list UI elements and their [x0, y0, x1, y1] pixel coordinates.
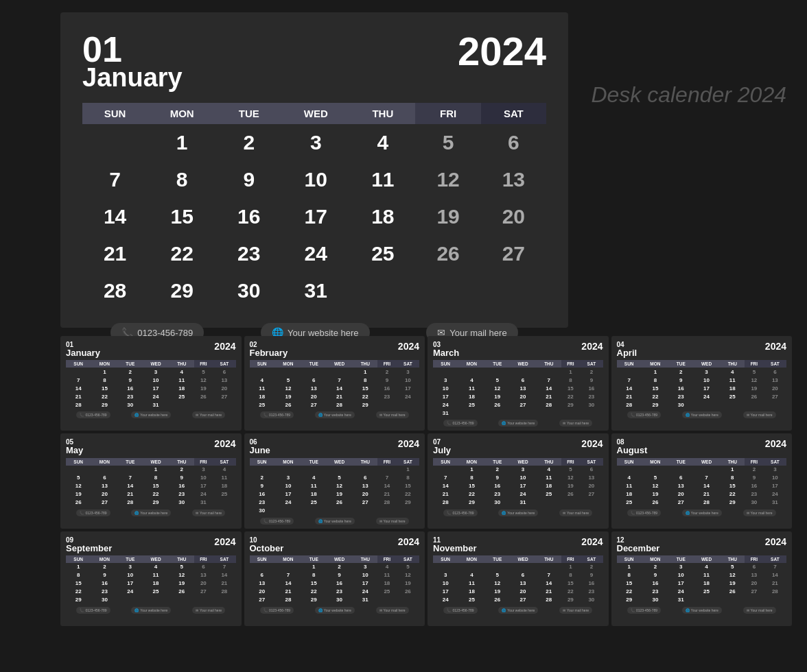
- sm-day: [580, 409, 603, 417]
- sm-day: 18: [458, 588, 485, 596]
- sm-day: 12: [397, 571, 419, 579]
- sm-website: 🌐 Your website here: [131, 411, 171, 418]
- sm-day: 8: [617, 571, 642, 579]
- sm-day: 6: [509, 376, 537, 384]
- sm-day: 14: [213, 571, 235, 579]
- sm-col-wed: WED: [325, 360, 353, 368]
- sm-col-wed: WED: [692, 458, 720, 466]
- sm-col-thu: THU: [169, 458, 194, 466]
- sm-day: 14: [692, 482, 720, 490]
- sm-day: 7: [617, 376, 642, 384]
- sm-day: 26: [486, 596, 509, 604]
- sm-mail-text: Your mail here: [384, 608, 406, 612]
- sm-phone-icon: 📞: [80, 413, 84, 417]
- sm-year: 2024: [581, 341, 603, 351]
- sm-day: 25: [302, 499, 325, 507]
- col-fri: FRI: [415, 103, 480, 124]
- sm-day: 15: [66, 579, 91, 588]
- sm-day: 14: [119, 482, 142, 490]
- sm-mail-text: Your mail here: [751, 413, 773, 417]
- sm-day: 9: [580, 571, 603, 579]
- sm-phone-text: 0123-456-789: [636, 608, 657, 612]
- sm-day: 26: [721, 588, 745, 596]
- sm-day: 13: [250, 579, 274, 588]
- sm-day: 26: [325, 499, 353, 507]
- sm-day: 8: [561, 376, 581, 384]
- sm-day: 27: [194, 588, 213, 596]
- calendar-day: 8: [148, 161, 216, 198]
- sm-day: 21: [325, 392, 353, 400]
- sm-day: 22: [642, 392, 669, 400]
- sm-day: 18: [721, 384, 745, 392]
- calendar-day: 26: [415, 235, 480, 272]
- sm-day: 23: [580, 588, 603, 596]
- sm-website: 🌐 Your website here: [498, 509, 538, 516]
- sm-col-tue: TUE: [486, 360, 509, 368]
- sm-day: 21: [377, 490, 397, 499]
- sm-day: 25: [458, 400, 485, 409]
- sm-day: [66, 466, 91, 474]
- sm-day: 15: [353, 384, 377, 392]
- sm-day: 10: [142, 376, 169, 384]
- sm-day: 2: [580, 368, 603, 376]
- sm-day: 2: [119, 368, 142, 376]
- sm-col-sun: SUN: [433, 555, 458, 563]
- sm-day: 11: [458, 384, 485, 392]
- sm-day: 28: [692, 499, 720, 507]
- sm-day: 9: [669, 376, 692, 384]
- main-year: 2024: [458, 32, 546, 71]
- sm-day: 12: [274, 384, 302, 392]
- sm-phone: 📞 0123-456-789: [443, 607, 477, 614]
- sm-day: [377, 596, 397, 604]
- calendar-day: 14: [82, 198, 148, 235]
- col-sun: SUN: [82, 103, 148, 124]
- sm-day: 6: [509, 571, 537, 579]
- sm-day: 20: [509, 588, 537, 596]
- sm-day: 20: [91, 490, 118, 499]
- sm-phone: 📞 0123-456-789: [627, 411, 661, 418]
- sm-col-mon: MON: [274, 458, 302, 466]
- sm-day: 12: [325, 482, 353, 490]
- sm-day: 28: [617, 400, 642, 409]
- sm-phone-text: 0123-456-789: [85, 511, 106, 515]
- calendar-day: 21: [82, 235, 148, 272]
- sm-day: 1: [458, 466, 485, 474]
- sm-day: 5: [274, 376, 302, 384]
- sm-website: 🌐 Your website here: [682, 509, 722, 516]
- sm-col-mon: MON: [91, 360, 118, 368]
- sm-month-name: February: [250, 348, 288, 358]
- sm-year: 2024: [398, 341, 419, 351]
- sm-day: 7: [433, 474, 458, 482]
- sm-phone: 📞 0123-456-789: [76, 509, 110, 516]
- calendar-day: 28: [82, 272, 148, 309]
- sm-phone: 📞 0123-456-789: [260, 411, 294, 418]
- sm-phone-icon: 📞: [264, 608, 268, 612]
- col-tue: TUE: [216, 103, 281, 124]
- sm-footer: 📞 0123-456-789 🌐 Your website here ✉ You…: [250, 411, 420, 418]
- sm-mail-icon: ✉: [747, 413, 749, 417]
- sm-day: 2: [745, 466, 764, 474]
- sm-day: 8: [66, 571, 91, 579]
- sm-day: 9: [250, 482, 274, 490]
- sm-day: 5: [66, 474, 91, 482]
- sm-col-thu: THU: [721, 360, 745, 368]
- sm-mail-text: Your mail here: [384, 519, 406, 523]
- sm-col-fri: FRI: [377, 458, 397, 466]
- sm-day: 28: [764, 588, 786, 596]
- sm-day: 6: [91, 474, 118, 482]
- sm-day: [433, 563, 458, 571]
- sm-phone-text: 0123-456-789: [452, 421, 473, 425]
- sm-year: 2024: [765, 439, 786, 448]
- sm-mail-icon: ✉: [563, 511, 565, 515]
- sm-website: 🌐 Your website here: [315, 607, 355, 614]
- sm-day: 15: [561, 579, 581, 588]
- sm-day: 23: [377, 392, 397, 400]
- sm-month-name: March: [433, 348, 459, 358]
- sm-day: [325, 507, 353, 515]
- sm-globe-icon: 🌐: [318, 413, 323, 417]
- sm-day: [745, 400, 764, 409]
- sm-day: 6: [669, 474, 692, 482]
- sm-phone-icon: 📞: [264, 519, 268, 523]
- sm-globe-icon: 🌐: [318, 608, 323, 612]
- sm-day: 16: [119, 384, 142, 392]
